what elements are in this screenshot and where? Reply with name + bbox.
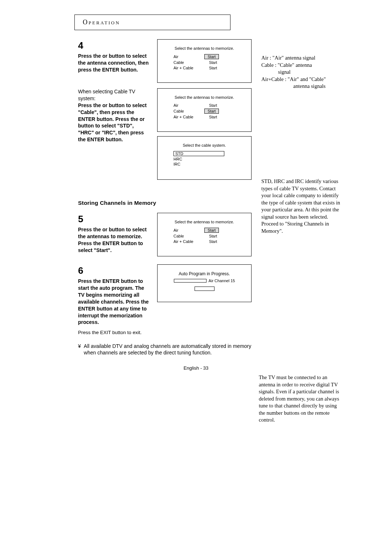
antenna-row-aircable: Air + Cable Start xyxy=(173,66,246,70)
step-4b-screens: Select the antennas to memorize. Air Sta… xyxy=(157,88,252,180)
antenna-row-cable: Cable Start xyxy=(173,234,246,238)
screen-title: Select the antennas to memorize. xyxy=(163,46,246,50)
step-6-row: 6 Press the ENTER button to start the au… xyxy=(78,264,392,336)
step-5-screen: Select the antennas to memorize. Air Sta… xyxy=(157,213,252,256)
step-5-text: Press the or button to select the antenn… xyxy=(78,226,151,254)
step-4-screen: Select the antennas to memorize. Air Sta… xyxy=(157,39,252,83)
step-4b-text: Press the or button to select "Cable", t… xyxy=(78,102,151,143)
antenna-row-air: Air Start xyxy=(173,228,246,233)
antenna-row-air: Air Start xyxy=(173,103,246,107)
step-5-row: 5 Press the or button to select the ante… xyxy=(78,213,392,256)
antenna-row-cable: Cable Start xyxy=(173,60,246,65)
cable-system-screen: Select the cable system. STD HRC IRC xyxy=(157,136,252,180)
section-header: Operation xyxy=(74,15,230,30)
side-note-signals: Air : "Air" antenna signal Cable : "Cabl… xyxy=(261,54,345,90)
exit-note: Press the EXIT button to exit. xyxy=(78,329,151,336)
progress-screen: Auto Program in Progress. Air Channel 15 xyxy=(157,264,252,302)
cable-option-hrc[interactable]: HRC xyxy=(173,157,246,161)
step-6-number: 6 xyxy=(78,264,151,277)
antenna-row-aircable: Air + Cable Start xyxy=(173,115,246,119)
antenna-screen-1: Select the antennas to memorize. Air Sta… xyxy=(157,39,252,83)
step-4-instruction: 4 Press the or button to select the ante… xyxy=(78,39,151,83)
cable-option-irc[interactable]: IRC xyxy=(173,162,246,166)
storing-channels-header: Storing Channels in Memory xyxy=(78,200,392,206)
step-4-text: Press the or button to select the antenn… xyxy=(78,53,151,73)
start-button[interactable]: Start xyxy=(204,54,219,59)
bullet-icon: ¥ xyxy=(78,343,81,357)
cable-option-std[interactable]: STD xyxy=(173,151,224,156)
step-4-row: 4 Press the or button to select the ante… xyxy=(78,39,392,83)
step-5-number: 5 xyxy=(78,213,151,226)
step-4b-heading: When selecting Cable TV system: xyxy=(78,88,151,102)
antenna-row-cable: Cable Start xyxy=(173,109,246,114)
antenna-row-aircable: Air + Cable Start xyxy=(173,239,246,244)
side-note-antenna: The TV must be connected to an antenna i… xyxy=(259,374,342,424)
step-5-instruction: 5 Press the or button to select the ante… xyxy=(78,213,151,256)
step-6-instruction: 6 Press the ENTER button to start the au… xyxy=(78,264,151,336)
start-button[interactable]: Start xyxy=(204,228,219,233)
bottom-note-text: All available DTV and analog channels ar… xyxy=(84,343,260,357)
start-button[interactable]: Start xyxy=(204,109,219,114)
page-number: English - 33 xyxy=(0,365,392,371)
progress-channel: Air Channel 15 xyxy=(209,279,235,283)
step-4-number: 4 xyxy=(78,39,151,52)
step-6-screen: Auto Program in Progress. Air Channel 15 xyxy=(157,264,252,336)
progress-title: Auto Program in Progress. xyxy=(166,271,243,276)
progress-bar xyxy=(174,279,207,283)
side-note-cable-systems: STD, HRC and IRC identify various types … xyxy=(261,178,345,235)
progress-indicator xyxy=(195,287,215,291)
antenna-screen-3: Select the antennas to memorize. Air Sta… xyxy=(157,213,252,256)
antenna-screen-2: Select the antennas to memorize. Air Sta… xyxy=(157,88,252,132)
step-6-text: Press the ENTER button to start the auto… xyxy=(78,278,151,326)
antenna-row-air: Air Start xyxy=(173,54,246,59)
section-title: Operation xyxy=(83,19,120,26)
step-4b-row: When selecting Cable TV system: Press th… xyxy=(78,88,392,180)
step-4b-instruction: When selecting Cable TV system: Press th… xyxy=(78,88,151,180)
bottom-note: ¥ All available DTV and analog channels … xyxy=(78,343,260,357)
